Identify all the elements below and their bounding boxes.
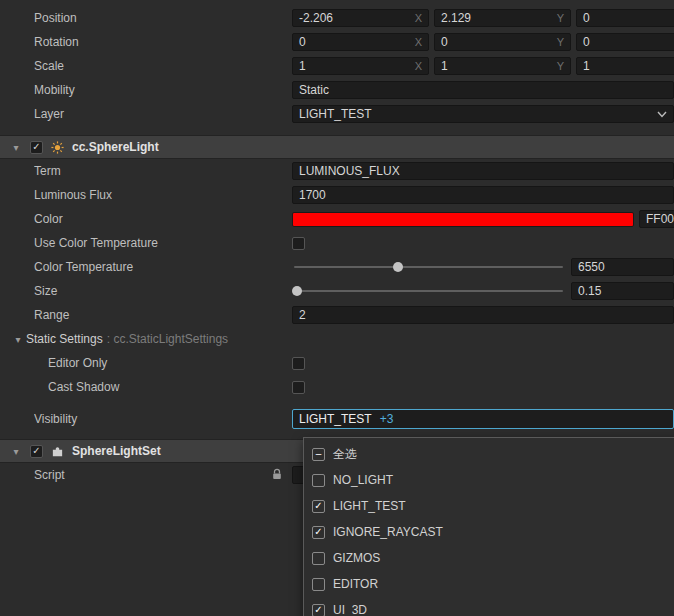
size-slider[interactable] — [292, 282, 565, 300]
color-label: Color — [34, 212, 292, 226]
collapse-chevron-icon[interactable]: ▾ — [10, 446, 22, 457]
chevron-down-icon — [657, 111, 667, 118]
position-y-input[interactable]: 2.129 Y — [434, 9, 571, 27]
color-temperature-label: Color Temperature — [34, 260, 292, 274]
dropdown-item-light-test[interactable]: ✓ LIGHT_TEST — [304, 493, 674, 519]
range-input[interactable]: 2 — [292, 306, 674, 324]
color-temperature-input[interactable]: 6550 — [571, 258, 674, 276]
editor-only-checkbox[interactable] — [292, 357, 305, 370]
slider-track — [294, 290, 563, 292]
static-settings-label: Static Settings — [26, 332, 103, 346]
dropdown-item-gizmos[interactable]: GIZMOS — [304, 545, 674, 571]
component-title: cc.SphereLight — [72, 140, 159, 154]
dropdown-item-ui-3d[interactable]: ✓ UI_3D — [304, 597, 674, 616]
layer-checkbox[interactable] — [312, 552, 325, 565]
layer-checkbox[interactable] — [312, 474, 325, 487]
static-settings-subheader[interactable]: ▾ Static Settings : cc.StaticLightSettin… — [0, 327, 674, 351]
scale-z-input[interactable]: 1 — [576, 57, 674, 75]
scale-y-input[interactable]: 1 Y — [434, 57, 571, 75]
mobility-select[interactable]: Static — [292, 81, 674, 99]
axis-x-label: X — [411, 58, 422, 74]
scale-label: Scale — [34, 59, 292, 73]
script-label: Script — [34, 468, 272, 482]
color-hex-input[interactable]: FF0000 — [639, 210, 674, 228]
axis-y-label: Y — [553, 10, 564, 26]
luminous-flux-input[interactable]: 1700 — [292, 186, 674, 204]
scale-x-input[interactable]: 1 X — [292, 57, 429, 75]
component-title: SphereLightSet — [72, 444, 161, 458]
axis-y-label: Y — [553, 58, 564, 74]
rotation-z-input[interactable]: 0 — [576, 33, 674, 51]
color-swatch[interactable] — [292, 212, 634, 227]
position-x-input[interactable]: -2.206 X — [292, 9, 429, 27]
luminous-flux-label: Luminous Flux — [34, 188, 292, 202]
dropdown-item-select-all[interactable]: – 全选 — [304, 441, 674, 467]
range-label: Range — [34, 308, 292, 322]
sun-light-icon — [51, 141, 64, 154]
axis-x-label: X — [411, 34, 422, 50]
visibility-layer-dropdown: – 全选 NO_LIGHT ✓ LIGHT_TEST ✓ IGNORE_RAYC… — [303, 437, 674, 616]
position-label: Position — [34, 11, 292, 25]
dropdown-item-ignore-raycast[interactable]: ✓ IGNORE_RAYCAST — [304, 519, 674, 545]
collapse-chevron-icon[interactable]: ▾ — [10, 142, 22, 153]
luminous-flux-row: Luminous Flux 1700 — [0, 183, 674, 207]
size-input[interactable]: 0.15 — [571, 282, 674, 300]
color-row: Color FF0000 — [0, 207, 674, 231]
static-settings-type: : cc.StaticLightSettings — [107, 332, 228, 346]
component-enabled-checkbox[interactable]: ✓ — [30, 141, 43, 154]
editor-only-row: Editor Only — [0, 351, 674, 375]
size-label: Size — [34, 284, 292, 298]
use-color-temperature-label: Use Color Temperature — [34, 236, 292, 250]
color-temperature-slider[interactable] — [292, 258, 565, 276]
size-row: Size 0.15 — [0, 279, 674, 303]
rotation-y-input[interactable]: 0 Y — [434, 33, 571, 51]
color-temperature-row: Color Temperature 6550 — [0, 255, 674, 279]
layer-row: Layer LIGHT_TEST — [0, 102, 674, 126]
layer-checkbox[interactable] — [312, 578, 325, 591]
layer-select[interactable]: LIGHT_TEST — [292, 105, 674, 123]
slider-thumb[interactable] — [292, 286, 302, 296]
visibility-row: Visibility LIGHT_TEST +3 — [0, 407, 674, 431]
layer-label: Layer — [34, 107, 292, 121]
axis-y-label: Y — [553, 34, 564, 50]
term-label: Term — [34, 164, 292, 178]
select-all-checkbox[interactable]: – — [312, 448, 325, 461]
cast-shadow-row: Cast Shadow — [0, 375, 674, 399]
rotation-row: Rotation 0 X 0 Y 0 — [0, 30, 674, 54]
use-color-temperature-checkbox[interactable] — [292, 237, 305, 250]
lock-icon — [272, 468, 282, 483]
scale-row: Scale 1 X 1 Y 1 — [0, 54, 674, 78]
layer-checkbox[interactable]: ✓ — [312, 604, 325, 616]
cast-shadow-checkbox[interactable] — [292, 381, 305, 394]
rotation-x-input[interactable]: 0 X — [292, 33, 429, 51]
dropdown-item-no-light[interactable]: NO_LIGHT — [304, 467, 674, 493]
layer-checkbox[interactable]: ✓ — [312, 500, 325, 513]
script-component-icon — [51, 445, 64, 458]
position-row: Position -2.206 X 2.129 Y 0 — [0, 6, 674, 30]
term-select[interactable]: LUMINOUS_FLUX — [292, 162, 674, 180]
dropdown-item-editor[interactable]: EDITOR — [304, 571, 674, 597]
visibility-label: Visibility — [34, 412, 292, 426]
position-z-input[interactable]: 0 — [576, 9, 674, 27]
layer-checkbox[interactable]: ✓ — [312, 526, 325, 539]
cast-shadow-label: Cast Shadow — [34, 380, 292, 394]
range-row: Range 2 — [0, 303, 674, 327]
visibility-input[interactable]: LIGHT_TEST +3 — [292, 409, 674, 429]
visibility-extra-count: +3 — [380, 412, 394, 426]
axis-x-label: X — [411, 10, 422, 26]
slider-track — [294, 266, 563, 268]
mobility-row: Mobility Static — [0, 78, 674, 102]
mobility-label: Mobility — [34, 83, 292, 97]
use-color-temperature-row: Use Color Temperature — [0, 231, 674, 255]
sphere-light-header[interactable]: ▾ ✓ cc.SphereLight — [0, 135, 674, 159]
inspector-panel: Position -2.206 X 2.129 Y 0 Rotation 0 X… — [0, 0, 674, 616]
rotation-label: Rotation — [34, 35, 292, 49]
editor-only-label: Editor Only — [34, 356, 292, 370]
term-row: Term LUMINOUS_FLUX — [0, 159, 674, 183]
component-enabled-checkbox[interactable]: ✓ — [30, 445, 43, 458]
slider-thumb[interactable] — [393, 262, 403, 272]
collapse-chevron-icon[interactable]: ▾ — [12, 334, 24, 345]
